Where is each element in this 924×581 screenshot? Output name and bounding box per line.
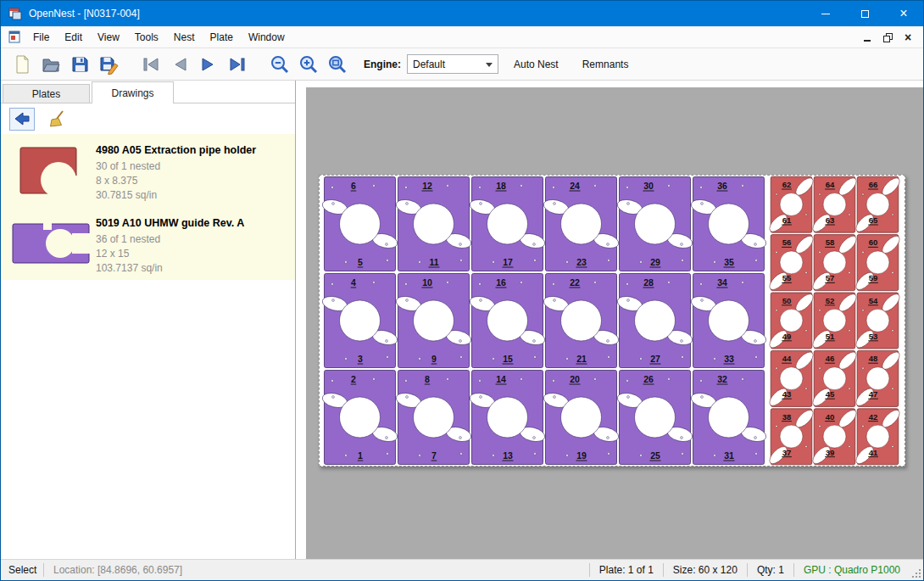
app-icon bbox=[8, 7, 22, 20]
tab-drawings[interactable]: Drawings bbox=[92, 81, 174, 103]
menu-plate[interactable]: Plate bbox=[203, 26, 241, 47]
nest-part-pair-purple[interactable]: 1615 bbox=[469, 274, 547, 368]
next-plate-button[interactable] bbox=[194, 52, 223, 77]
drawing-item-uhmw-guide[interactable]: 5019 A10 UHMW guide Rev. A 36 of 1 neste… bbox=[1, 207, 295, 280]
nest-part-pair-red[interactable]: 3837 bbox=[767, 407, 816, 466]
drawing-name: 5019 A10 UHMW guide Rev. A bbox=[96, 217, 292, 229]
new-button[interactable] bbox=[8, 52, 36, 77]
menu-edit[interactable]: Edit bbox=[57, 26, 90, 47]
clear-drawings-button[interactable] bbox=[45, 108, 70, 131]
nest-part-pair-purple[interactable]: 2827 bbox=[616, 274, 694, 368]
svg-text:22: 22 bbox=[570, 277, 580, 288]
menu-tools[interactable]: Tools bbox=[127, 26, 166, 47]
drawing-item-extraction-pipe-holder[interactable]: 4980 A05 Extraction pipe holder 30 of 1 … bbox=[1, 134, 295, 207]
app-window: OpenNest - [N0317-004] × File Edit View … bbox=[0, 0, 924, 581]
chevron-down-icon bbox=[486, 63, 493, 67]
nest-part-pair-red[interactable]: 5049 bbox=[767, 291, 816, 350]
nest-part-pair-purple[interactable]: 1817 bbox=[469, 177, 547, 271]
mdi-document-icon[interactable] bbox=[8, 31, 21, 44]
svg-text:25: 25 bbox=[650, 450, 660, 461]
svg-text:59: 59 bbox=[869, 273, 878, 282]
nest-part-pair-purple[interactable]: 1413 bbox=[469, 371, 547, 465]
first-plate-icon bbox=[141, 54, 161, 75]
status-mode: Select bbox=[1, 564, 43, 576]
minimize-button[interactable] bbox=[806, 1, 845, 26]
menu-file[interactable]: File bbox=[25, 26, 57, 47]
previous-plate-button[interactable] bbox=[165, 52, 194, 77]
mdi-restore-button[interactable] bbox=[877, 29, 898, 46]
nest-part-pair-purple[interactable]: 2019 bbox=[543, 371, 621, 465]
nest-part-pair-red[interactable]: 6059 bbox=[854, 233, 903, 293]
nest-part-pair-purple[interactable]: 109 bbox=[395, 274, 473, 368]
nest-part-pair-red[interactable]: 4847 bbox=[854, 349, 903, 409]
nest-part-pair-red[interactable]: 4443 bbox=[767, 349, 816, 409]
remnants-button[interactable]: Remnants bbox=[574, 54, 637, 75]
maximize-button[interactable] bbox=[845, 1, 884, 26]
nest-part-pair-red[interactable]: 6261 bbox=[767, 176, 816, 234]
open-button[interactable] bbox=[36, 52, 65, 77]
nest-part-pair-red[interactable]: 4241 bbox=[854, 407, 903, 466]
mdi-minimize-button[interactable] bbox=[857, 29, 877, 46]
nest-canvas[interactable]: 6512111817242330293635431091615222128273… bbox=[296, 81, 923, 559]
status-location: Location: [84.8696, 60.6957] bbox=[44, 564, 192, 576]
nest-part-pair-purple[interactable]: 65 bbox=[321, 177, 399, 271]
zoom-fit-button[interactable] bbox=[323, 52, 352, 77]
status-plate: Plate: 1 of 1 bbox=[590, 564, 663, 576]
nest-workspace[interactable]: 6512111817242330293635431091615222128273… bbox=[306, 87, 923, 559]
svg-text:26: 26 bbox=[643, 374, 654, 384]
close-icon: × bbox=[899, 7, 907, 20]
nest-part-pair-red[interactable]: 4645 bbox=[810, 349, 860, 409]
engine-select[interactable]: Default bbox=[407, 54, 498, 74]
svg-text:37: 37 bbox=[782, 448, 792, 457]
mdi-close-button[interactable]: × bbox=[898, 29, 918, 46]
save-as-button[interactable] bbox=[94, 52, 123, 77]
engine-value: Default bbox=[413, 59, 445, 70]
tab-plates[interactable]: Plates bbox=[3, 84, 90, 103]
nest-part-pair-purple[interactable]: 2221 bbox=[543, 274, 621, 368]
nest-part-pair-red[interactable]: 5251 bbox=[810, 291, 860, 350]
nest-part-pair-red[interactable]: 5857 bbox=[810, 233, 860, 293]
import-drawing-button[interactable] bbox=[9, 108, 35, 131]
last-plate-button[interactable] bbox=[223, 52, 252, 77]
drawing-nested-count: 36 of 1 nested bbox=[96, 232, 292, 247]
svg-text:28: 28 bbox=[643, 277, 654, 288]
menu-nest[interactable]: Nest bbox=[166, 26, 203, 47]
menu-bar: File Edit View Tools Nest Plate Window × bbox=[1, 26, 923, 48]
svg-text:51: 51 bbox=[826, 332, 835, 341]
nest-part-pair-purple[interactable]: 3231 bbox=[690, 371, 768, 465]
nest-part-pair-purple[interactable]: 2625 bbox=[616, 371, 694, 465]
drawing-thumbnail bbox=[6, 210, 96, 277]
svg-text:6: 6 bbox=[351, 181, 356, 191]
menu-window[interactable]: Window bbox=[241, 26, 292, 47]
nest-part-pair-purple[interactable]: 3635 bbox=[690, 177, 768, 271]
part-shape-purple-icon bbox=[11, 219, 91, 268]
nest-part-pair-red[interactable]: 6665 bbox=[854, 176, 903, 234]
first-plate-button[interactable] bbox=[136, 52, 165, 77]
nest-part-pair-purple[interactable]: 3433 bbox=[690, 274, 768, 368]
nest-part-pair-purple[interactable]: 2423 bbox=[543, 177, 621, 271]
nest-part-pair-purple[interactable]: 87 bbox=[395, 371, 473, 465]
nest-part-pair-purple[interactable]: 3029 bbox=[616, 177, 694, 271]
svg-text:12: 12 bbox=[422, 181, 432, 191]
nest-part-pair-red[interactable]: 5655 bbox=[767, 233, 816, 293]
nest-part-pair-red[interactable]: 4039 bbox=[810, 407, 860, 466]
auto-nest-button[interactable]: Auto Nest bbox=[505, 54, 567, 75]
nest-part-pair-purple[interactable]: 43 bbox=[321, 274, 399, 368]
svg-text:33: 33 bbox=[724, 354, 734, 364]
svg-text:34: 34 bbox=[717, 277, 727, 288]
drawing-list: 4980 A05 Extraction pipe holder 30 of 1 … bbox=[1, 134, 295, 559]
svg-text:23: 23 bbox=[576, 257, 587, 267]
resize-grip[interactable] bbox=[910, 560, 923, 580]
zoom-out-button[interactable] bbox=[265, 52, 294, 77]
save-button[interactable] bbox=[65, 52, 94, 77]
nest-part-pair-purple[interactable]: 21 bbox=[321, 371, 399, 465]
nest-part-pair-purple[interactable]: 1211 bbox=[395, 177, 473, 271]
nest-part-pair-red[interactable]: 6463 bbox=[810, 176, 860, 234]
zoom-in-button[interactable] bbox=[294, 52, 323, 77]
svg-text:53: 53 bbox=[869, 332, 878, 341]
menu-view[interactable]: View bbox=[90, 26, 127, 47]
close-button[interactable]: × bbox=[884, 1, 923, 26]
nest-part-pair-red[interactable]: 5453 bbox=[854, 291, 903, 350]
svg-text:66: 66 bbox=[869, 180, 878, 189]
svg-text:9: 9 bbox=[431, 354, 437, 364]
